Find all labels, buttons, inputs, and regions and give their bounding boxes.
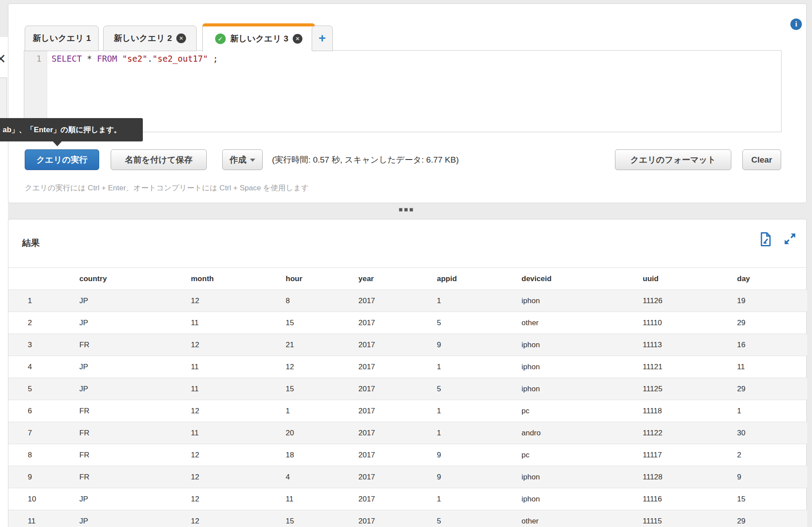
table-cell: 20 bbox=[286, 422, 358, 444]
table-cell: 12 bbox=[191, 444, 286, 466]
table-cell: 2017 bbox=[358, 444, 437, 466]
sidebar-collapse-icon[interactable]: ✕ bbox=[0, 51, 6, 67]
table-cell: 29 bbox=[737, 312, 807, 334]
sql-table: "se2_out17" bbox=[153, 54, 208, 63]
plus-icon: + bbox=[319, 31, 326, 45]
table-cell: JP bbox=[79, 356, 191, 378]
row-index: 8 bbox=[28, 444, 79, 466]
table-cell: 11115 bbox=[643, 510, 737, 527]
table-cell: 11 bbox=[286, 488, 358, 510]
table-cell: 11117 bbox=[643, 444, 737, 466]
table-cell: JP bbox=[79, 312, 191, 334]
table-cell: iphon bbox=[521, 488, 643, 510]
line-number: 1 bbox=[37, 54, 41, 63]
table-cell: 12 bbox=[286, 356, 358, 378]
table-cell: 29 bbox=[737, 378, 807, 400]
create-dropdown-button[interactable]: 作成 bbox=[222, 149, 263, 170]
table-cell: andro bbox=[521, 422, 643, 444]
download-csv-button[interactable] bbox=[759, 232, 774, 247]
table-cell: 19 bbox=[737, 290, 807, 312]
table-cell: FR bbox=[79, 444, 191, 466]
table-row: 3FR122120179iphon1111316 bbox=[8, 334, 807, 356]
run-query-button[interactable]: クエリの実行 bbox=[25, 149, 99, 170]
row-spacer bbox=[8, 510, 28, 527]
success-check-icon: ✓ bbox=[215, 33, 226, 44]
results-title: 結果 bbox=[22, 237, 40, 249]
file-icon bbox=[759, 232, 772, 247]
sidebar-cropped-panel bbox=[0, 78, 7, 119]
row-spacer bbox=[8, 290, 28, 312]
row-index: 3 bbox=[28, 334, 79, 356]
table-cell: 12 bbox=[191, 290, 286, 312]
sql-keyword: FROM bbox=[97, 54, 122, 63]
table-row: 2JP111520175other1111029 bbox=[8, 312, 807, 334]
row-index: 4 bbox=[28, 356, 79, 378]
table-cell: 1 bbox=[437, 356, 521, 378]
sql-semicolon: ; bbox=[208, 54, 218, 63]
panel-resize-handle[interactable] bbox=[399, 208, 413, 212]
table-cell: 9 bbox=[437, 466, 521, 488]
table-cell: 1 bbox=[437, 422, 521, 444]
table-cell: 5 bbox=[437, 312, 521, 334]
table-row: 6FR12120171pc111181 bbox=[8, 400, 807, 422]
format-query-button[interactable]: クエリのフォーマット bbox=[615, 149, 731, 170]
table-row: 10JP121120171iphon1111615 bbox=[8, 488, 807, 510]
row-index: 1 bbox=[28, 290, 79, 312]
create-label: 作成 bbox=[230, 155, 246, 164]
column-header: year bbox=[358, 268, 437, 290]
table-row: 7FR112020171andro1112230 bbox=[8, 422, 807, 444]
tab-new-query-1[interactable]: 新しいクエリ 1 bbox=[25, 26, 99, 51]
close-icon[interactable]: ✕ bbox=[293, 34, 302, 44]
table-cell: 1 bbox=[437, 400, 521, 422]
info-icon[interactable]: i bbox=[790, 19, 802, 30]
save-as-button[interactable]: 名前を付けて保存 bbox=[111, 149, 207, 170]
row-index: 2 bbox=[28, 312, 79, 334]
autocomplete-tooltip: ab」、「Enter」の順に押します。 bbox=[0, 118, 143, 141]
tooltip-caret bbox=[53, 141, 62, 146]
table-row: 4JP111220171iphon1112111 bbox=[8, 356, 807, 378]
results-panel: 結果 bbox=[8, 219, 807, 527]
row-index: 5 bbox=[28, 378, 79, 400]
clear-button[interactable]: Clear bbox=[742, 149, 781, 170]
active-tab-bar bbox=[202, 23, 315, 26]
expand-results-button[interactable] bbox=[783, 232, 798, 247]
table-cell: 11 bbox=[191, 356, 286, 378]
query-stats: (実行時間: 0.57 秒, スキャンしたデータ: 6.77 KB) bbox=[272, 149, 459, 170]
table-row: 9FR12420179iphon111289 bbox=[8, 466, 807, 488]
table-cell: JP bbox=[79, 378, 191, 400]
row-index: 11 bbox=[28, 510, 79, 527]
table-cell: iphon bbox=[521, 334, 643, 356]
table-cell: 2017 bbox=[358, 466, 437, 488]
results-table: countrymonthhouryearappiddeviceiduuidday… bbox=[8, 267, 807, 527]
row-spacer bbox=[8, 488, 28, 510]
table-cell: 21 bbox=[286, 334, 358, 356]
table-cell: 29 bbox=[737, 510, 807, 527]
table-cell: 2 bbox=[737, 444, 807, 466]
row-spacer bbox=[8, 356, 28, 378]
table-cell: 2017 bbox=[358, 510, 437, 527]
table-cell: 15 bbox=[737, 488, 807, 510]
sql-schema: "se2" bbox=[122, 54, 147, 63]
table-cell: 1 bbox=[437, 488, 521, 510]
tab-new-query-3[interactable]: ✓ 新しいクエリ 3 ✕ bbox=[202, 23, 315, 52]
table-cell: 2017 bbox=[358, 334, 437, 356]
row-index: 10 bbox=[28, 488, 79, 510]
close-icon[interactable]: ✕ bbox=[176, 33, 186, 43]
table-cell: JP bbox=[79, 488, 191, 510]
column-header: month bbox=[191, 268, 286, 290]
row-spacer bbox=[8, 334, 28, 356]
table-cell: 2017 bbox=[358, 356, 437, 378]
table-cell: 11121 bbox=[643, 356, 737, 378]
tab-new-query-2[interactable]: 新しいクエリ 2 ✕ bbox=[103, 26, 197, 51]
table-cell: 11 bbox=[191, 312, 286, 334]
row-spacer bbox=[8, 422, 28, 444]
column-header: day bbox=[737, 268, 807, 290]
row-spacer bbox=[8, 466, 28, 488]
table-cell: 9 bbox=[437, 334, 521, 356]
table-cell: JP bbox=[79, 510, 191, 527]
header-index bbox=[28, 268, 79, 290]
table-cell: 11126 bbox=[643, 290, 737, 312]
new-tab-button[interactable]: + bbox=[312, 26, 333, 51]
table-cell: 12 bbox=[191, 334, 286, 356]
table-cell: FR bbox=[79, 466, 191, 488]
